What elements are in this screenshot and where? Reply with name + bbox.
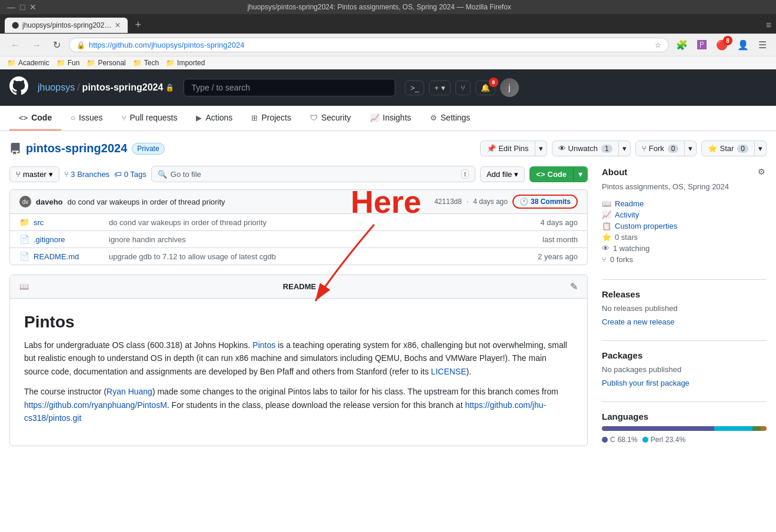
- tab-close-btn[interactable]: ✕: [115, 21, 121, 29]
- sidebar-languages-section: Languages C 68.1% Perl 23.4%: [602, 411, 767, 444]
- table-row: 📄 .gitignore ignore handin archives last…: [10, 231, 587, 248]
- browser-tab-active[interactable]: ⬤ jhuopsys/pintos-spring202… ✕: [5, 18, 128, 33]
- edit-pins-dropdown[interactable]: ▾: [535, 140, 547, 156]
- bookmark-personal[interactable]: 📁 Personal: [86, 59, 125, 67]
- nav-item-code[interactable]: <> Code: [9, 106, 61, 131]
- code-dropdown[interactable]: ▾: [573, 166, 588, 182]
- close-icon[interactable]: ✕: [29, 2, 36, 12]
- sidebar-divider-3: [602, 401, 767, 402]
- repo-sidebar: About ⚙ Pintos assignments, OS, Spring 2…: [602, 166, 767, 458]
- terminal-button[interactable]: >_: [405, 81, 424, 95]
- nav-item-actions[interactable]: ▶ Actions: [186, 106, 242, 131]
- back-button[interactable]: ←: [7, 39, 24, 52]
- file-commit-msg-src: do cond var wakeups in order of thread p…: [109, 218, 535, 227]
- unwatch-button[interactable]: 👁 Unwatch 1: [552, 140, 619, 156]
- bell-icon: 🔔: [481, 83, 490, 92]
- pintosm-link[interactable]: https://github.com/ryanphuang/PintosM: [24, 400, 167, 410]
- repo-name[interactable]: pintos-spring2024: [26, 142, 127, 155]
- tab-list-icon[interactable]: ≡: [766, 20, 771, 31]
- unwatch-dropdown[interactable]: ▾: [619, 140, 631, 156]
- commit-author-name[interactable]: daveho: [36, 198, 63, 206]
- repo-visibility-badge: Private: [132, 143, 164, 155]
- tag-count-link[interactable]: 🏷 0 Tags: [114, 170, 146, 179]
- bookmark-fun[interactable]: 📁 Fun: [56, 59, 80, 67]
- insights-icon: 📈: [370, 113, 379, 122]
- minimize-icon[interactable]: —: [7, 2, 15, 12]
- nav-item-insights[interactable]: 📈 Insights: [361, 106, 421, 131]
- window-controls[interactable]: — □ ✕: [7, 2, 36, 12]
- lang-segment-perl: [714, 426, 753, 431]
- file-icon: 📄: [19, 252, 29, 261]
- bookmark-label: Tech: [144, 59, 159, 67]
- reload-button[interactable]: ↻: [49, 38, 64, 52]
- readme-edit-button[interactable]: ✎: [570, 281, 578, 292]
- extensions-icon[interactable]: 🧩: [674, 38, 690, 52]
- star-dropdown[interactable]: ▾: [755, 140, 767, 156]
- nav-item-projects[interactable]: ⊞ Projects: [242, 106, 301, 131]
- github-search[interactable]: [184, 79, 395, 96]
- notifications-bell-button[interactable]: 🔔 8: [475, 81, 495, 95]
- pocket-icon[interactable]: 🅿: [695, 39, 709, 52]
- no-releases-text: No releases published: [602, 304, 767, 313]
- star-url-icon[interactable]: ☆: [655, 41, 661, 49]
- address-bar[interactable]: 🔒 https://github.com/jhuopsys/pintos-spr…: [69, 38, 669, 52]
- commits-count-button[interactable]: 🕐 38 Commits: [512, 195, 578, 209]
- file-name-gitignore[interactable]: .gitignore: [34, 235, 104, 244]
- c-lang-dot: [602, 437, 608, 443]
- breadcrumb-repo[interactable]: pintos-spring2024: [82, 82, 164, 93]
- notifications-icon[interactable]: 🔴 8: [714, 38, 730, 52]
- new-tab-button[interactable]: +: [130, 16, 146, 34]
- repo-title-area: pintos-spring2024 Private: [9, 142, 165, 155]
- bookmark-imported[interactable]: 📁 Imported: [166, 59, 205, 67]
- ryan-huang-link[interactable]: Ryan Huang: [106, 387, 152, 396]
- create-release-link[interactable]: Create a new release: [602, 317, 767, 326]
- github-logo[interactable]: [9, 76, 28, 99]
- lang-segment-other2: [761, 426, 767, 431]
- license-link[interactable]: LICENSE: [431, 367, 467, 376]
- menu-icon[interactable]: ☰: [756, 38, 769, 52]
- file-name-src[interactable]: src: [34, 218, 104, 227]
- file-search-bar[interactable]: 🔍 Go to file t: [151, 166, 475, 182]
- code-button[interactable]: <> Code: [529, 166, 573, 182]
- stars-list-icon: ⭐: [602, 233, 611, 242]
- branch-count-link[interactable]: ⑂ 3 Branches: [64, 170, 109, 179]
- star-button[interactable]: ⭐ Star 0: [701, 140, 755, 156]
- nav-item-pullrequests[interactable]: ⑂ Pull requests: [112, 106, 187, 131]
- pr-button[interactable]: ⑂: [455, 81, 471, 95]
- add-file-button[interactable]: Add file ▾: [480, 166, 525, 182]
- bookmark-academic[interactable]: 📁 Academic: [7, 59, 49, 67]
- fork-button[interactable]: ⑂ Fork 0: [635, 140, 685, 156]
- search-input[interactable]: [184, 79, 395, 96]
- create-button[interactable]: + ▾: [429, 81, 451, 95]
- activity-sidebar-link[interactable]: Activity: [615, 210, 639, 219]
- publish-package-link[interactable]: Publish your first package: [602, 379, 767, 387]
- branch-selector[interactable]: ⑂ master ▾: [9, 166, 59, 182]
- file-time-gitignore: last month: [542, 235, 578, 244]
- readme-sidebar-link[interactable]: Readme: [615, 199, 644, 208]
- profile-icon[interactable]: 👤: [735, 38, 751, 52]
- branch-bar: ⑂ master ▾ ⑂ 3 Branches 🏷 0 Tags 🔍 Go to…: [9, 166, 588, 182]
- file-name-readme[interactable]: README.md: [34, 252, 104, 261]
- user-avatar[interactable]: j: [500, 78, 519, 97]
- commit-message-text: do cond var wakeups in order of thread p…: [68, 198, 430, 206]
- star-count: 0: [737, 145, 748, 153]
- forward-button[interactable]: →: [28, 39, 45, 52]
- lang-segment-c: [602, 426, 714, 431]
- breadcrumb-user[interactable]: jhuopsys: [38, 82, 75, 93]
- maximize-icon[interactable]: □: [20, 2, 25, 12]
- code-angle-icon: <>: [536, 170, 545, 179]
- nav-item-settings[interactable]: ⚙ Settings: [421, 106, 480, 131]
- bookmark-tech[interactable]: 📁 Tech: [133, 59, 159, 67]
- fork-dropdown[interactable]: ▾: [685, 140, 697, 156]
- branch-icon: ⑂: [16, 170, 21, 179]
- repo-breadcrumb: jhuopsys / pintos-spring2024 🔒: [38, 82, 174, 93]
- about-settings-button[interactable]: ⚙: [757, 166, 767, 178]
- custom-properties-link[interactable]: Custom properties: [615, 222, 677, 230]
- list-item: ⑂ 0 forks: [602, 254, 767, 265]
- nav-item-security[interactable]: 🛡 Security: [301, 106, 361, 131]
- pintos-link[interactable]: Pintos: [252, 340, 275, 350]
- code-label: Code: [548, 170, 567, 179]
- nav-item-issues[interactable]: ○ Issues: [61, 106, 112, 131]
- bookmark-folder-icon: 📁: [133, 59, 142, 67]
- edit-pins-button[interactable]: 📌 Edit Pins: [480, 140, 535, 156]
